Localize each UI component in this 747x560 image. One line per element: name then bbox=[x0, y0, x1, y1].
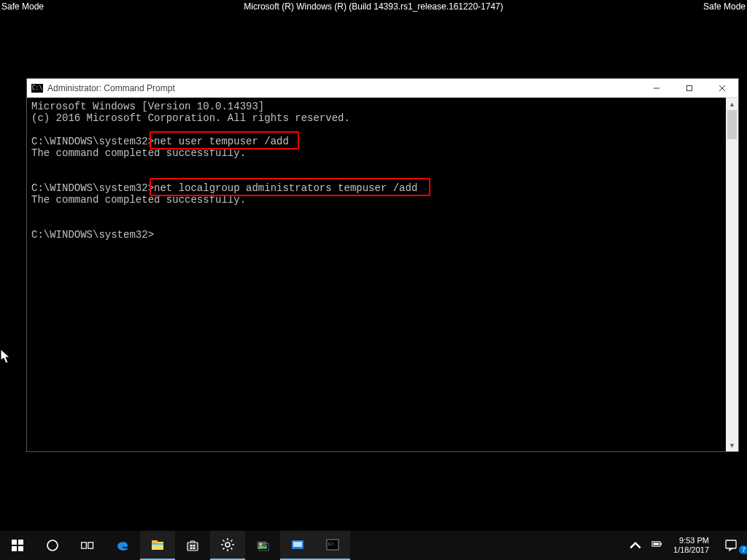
edge-browser-button[interactable] bbox=[105, 531, 140, 560]
task-view-button[interactable] bbox=[70, 531, 105, 560]
battery-icon[interactable] bbox=[651, 538, 663, 553]
clock-date: 1/18/2017 bbox=[673, 545, 709, 555]
action-center-button[interactable]: 7 bbox=[715, 538, 747, 553]
close-button[interactable] bbox=[705, 79, 738, 98]
notification-count: 7 bbox=[739, 545, 747, 554]
cmd-icon: C:\ bbox=[31, 84, 43, 93]
svg-line-28 bbox=[223, 548, 225, 549]
svg-rect-39 bbox=[726, 540, 736, 548]
svg-rect-1 bbox=[686, 85, 692, 90]
taskbar-left: C:\ bbox=[0, 531, 350, 560]
svg-text:C:\: C:\ bbox=[328, 542, 334, 546]
console-cmd-2: net localgroup administrators tempuser /… bbox=[154, 182, 417, 194]
console-output[interactable]: Microsoft Windows [Version 10.0.14393] (… bbox=[27, 98, 738, 451]
console-prompt: C:\WINDOWS\system32> bbox=[31, 182, 154, 194]
svg-rect-9 bbox=[82, 542, 87, 548]
safe-mode-label-top-right: Safe Mode bbox=[703, 1, 746, 12]
svg-line-26 bbox=[231, 548, 232, 549]
svg-rect-4 bbox=[12, 540, 17, 545]
photos-app-button[interactable] bbox=[245, 531, 280, 560]
svg-rect-5 bbox=[18, 540, 23, 545]
svg-rect-37 bbox=[660, 542, 662, 545]
console-cmd-1: net user tempuser /add bbox=[154, 136, 289, 147]
safe-mode-label-top-left: Safe Mode bbox=[1, 1, 44, 12]
console-line-copyright: (c) 2016 Microsoft Corporation. All righ… bbox=[31, 112, 350, 124]
svg-line-27 bbox=[231, 540, 232, 542]
svg-rect-7 bbox=[18, 546, 23, 551]
svg-rect-14 bbox=[187, 542, 198, 551]
mouse-cursor-icon bbox=[0, 349, 12, 365]
clock[interactable]: 9:53 PM 1/18/2017 bbox=[667, 536, 715, 555]
scroll-down-arrow[interactable]: ▼ bbox=[726, 439, 738, 451]
svg-rect-18 bbox=[190, 548, 193, 550]
titlebar[interactable]: C:\ Administrator: Command Prompt bbox=[27, 79, 738, 98]
system-tray bbox=[647, 538, 667, 553]
svg-rect-38 bbox=[653, 542, 659, 545]
clock-time: 9:53 PM bbox=[673, 536, 709, 545]
svg-rect-33 bbox=[293, 542, 302, 547]
file-explorer-button[interactable] bbox=[140, 531, 175, 560]
scroll-thumb[interactable] bbox=[727, 110, 737, 139]
maximize-button[interactable] bbox=[673, 79, 705, 98]
svg-line-25 bbox=[223, 540, 225, 542]
taskbar: C:\ 9:53 PM 1/18/2017 7 bbox=[0, 531, 747, 560]
console-result-2: The command completed successfully. bbox=[31, 194, 246, 206]
svg-rect-19 bbox=[193, 548, 196, 550]
svg-rect-10 bbox=[88, 542, 93, 548]
tray-overflow-button[interactable] bbox=[624, 538, 647, 553]
svg-rect-16 bbox=[190, 545, 193, 547]
taskbar-right: 9:53 PM 1/18/2017 7 bbox=[624, 531, 747, 560]
windows-store-button[interactable] bbox=[175, 531, 210, 560]
console-prompt-cursor: C:\WINDOWS\system32> bbox=[31, 229, 154, 241]
svg-point-20 bbox=[225, 542, 230, 547]
minimize-button[interactable] bbox=[640, 79, 673, 98]
vertical-scrollbar[interactable]: ▲ ▼ bbox=[726, 98, 738, 451]
svg-point-8 bbox=[47, 540, 58, 551]
windows-build-label: Microsoft (R) Windows (R) (Build 14393.r… bbox=[244, 1, 503, 12]
window-title: Administrator: Command Prompt bbox=[47, 83, 175, 93]
console-result-1: The command completed successfully. bbox=[31, 147, 246, 159]
start-button[interactable] bbox=[0, 531, 35, 560]
settings-button[interactable] bbox=[210, 531, 245, 560]
console-prompt: C:\WINDOWS\system32> bbox=[31, 136, 154, 147]
command-prompt-taskbar-button[interactable]: C:\ bbox=[315, 531, 350, 560]
scroll-up-arrow[interactable]: ▲ bbox=[726, 98, 738, 110]
svg-rect-17 bbox=[193, 545, 196, 547]
svg-rect-12 bbox=[152, 540, 158, 543]
cortana-search-button[interactable] bbox=[35, 531, 70, 560]
command-prompt-window: C:\ Administrator: Command Prompt Micros… bbox=[27, 79, 738, 451]
svg-rect-13 bbox=[152, 543, 163, 545]
svg-rect-6 bbox=[12, 546, 17, 551]
console-line-version: Microsoft Windows [Version 10.0.14393] bbox=[31, 101, 264, 112]
control-panel-app-button[interactable] bbox=[280, 531, 315, 560]
console-area: Microsoft Windows [Version 10.0.14393] (… bbox=[27, 98, 738, 451]
